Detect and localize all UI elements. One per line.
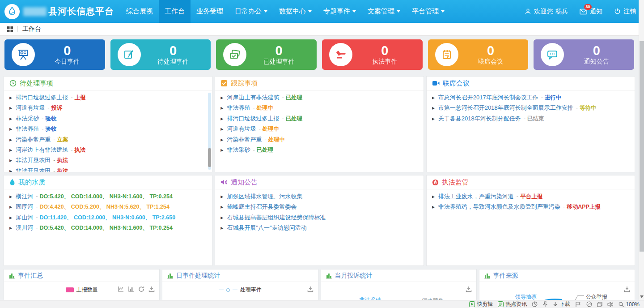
status-tag: 平台上报 [520,193,542,200]
menu-item-daily-office[interactable]: 日常办公 [229,0,273,23]
window-icon[interactable] [597,302,602,307]
chart-title: 当月投诉统计 [335,272,373,280]
status-tag: 验收 [46,116,57,122]
list-item[interactable]: ▶市总河长召开2017年底河长制会议工作-进行中 [432,93,629,103]
flag-icon[interactable] [575,302,581,307]
stat-card-processed-events[interactable]: 0已处理事件 [216,39,317,70]
list-item[interactable]: ▶河道有垃圾-投诉 [9,103,207,113]
check-square-icon [220,80,228,87]
list-item[interactable]: ▶污染非常严重-立案 [9,135,207,145]
list-item[interactable]: ▶非法养殖鸡，导致河水颜色及水质受到严重污染-移动APP上报 [432,202,629,212]
panel-title: 我的水质 [18,178,45,187]
menu-item-special-events[interactable]: 专题事件 [318,0,362,23]
stat-card-joint-meetings[interactable]: 0联席会议 [428,39,529,70]
panel-announcements: 通知公告 ▶加强区域排水管理、污水收集 ▶鲍峰庭主持召开县委常委会 ▶石城县提高… [215,175,424,266]
status-tag: 执法 [57,168,68,172]
stat-card-enforcement-events[interactable]: 0执法事件 [322,39,423,70]
logout-button[interactable]: 注销 [614,8,636,16]
grid-icon[interactable] [7,26,13,32]
page-scrollbar[interactable] [639,0,644,300]
menu-item-business-acceptance[interactable]: 业务受理 [191,0,229,23]
panel-scrollbar[interactable] [208,93,211,170]
list-item[interactable]: ▶非法开垦农田-执法 [9,166,207,172]
download-manager-button[interactable]: 下载 [553,300,570,308]
list-item[interactable]: ▶排污口垃圾过多上报-上报 [9,93,207,103]
list-item[interactable]: ▶非法开垦农田-执法 [9,155,207,166]
status-tag: 已处理 [286,116,303,122]
list-item[interactable]: ▶关于各县2018年河长制分配任务-已结束 [432,114,629,124]
zoom-control[interactable]: 100% [619,301,640,308]
list-item[interactable]: ▶非法养殖-验收 [9,124,207,134]
list-item[interactable]: ▶加强区域排水管理、污水收集 [220,192,418,202]
stat-label: 执法事件 [352,58,417,66]
chart-legend[interactable]: 处理事件 [162,286,318,294]
pin-icon[interactable] [542,301,548,307]
download-icon[interactable] [307,286,314,292]
download-icon[interactable] [466,286,472,292]
power-icon [614,8,621,15]
scrollbar-down-arrow[interactable] [640,295,644,298]
list-item[interactable]: ▶河岸边上有非法建筑-执法 [9,145,207,155]
top-navbar: 县河长信息平台 综合展视 工作台 业务受理 日常办公 数据中心 专题事件 文案管… [0,0,644,23]
edit-note-icon [118,43,141,66]
chevron-down-icon [308,10,312,13]
menu-item-workbench[interactable]: 工作台 [159,0,191,23]
list-item[interactable]: ▶非法养殖-处理中 [220,103,418,113]
stat-card-announcements[interactable]: 0通知公告 [534,39,634,70]
menu-item-document-management[interactable]: 文案管理 [362,0,406,23]
list-item[interactable]: ▶固厚河-DO:4.420、 COD:5.200、 NH3-N:5.620、 T… [9,202,207,212]
caret-right-icon: ▶ [220,216,223,220]
browser-wheel-icon[interactable] [532,301,538,307]
refresh-icon[interactable] [138,286,144,292]
stat-value: 0 [141,44,206,57]
caret-right-icon: ▶ [432,117,435,121]
list-item[interactable]: ▶屏山河-DO:11.420、 COD:12.000、 NH3-N:0.600、… [9,213,207,223]
list-item[interactable]: ▶石城县提高基层组织建设经费保障标准 [220,213,418,223]
notifications-button[interactable]: 30 通知 [580,8,602,16]
list-item[interactable]: ▶河道有垃圾-处理中 [220,124,418,134]
stat-card-pending-events[interactable]: 0待处理事件 [110,39,211,70]
caret-right-icon: ▶ [220,148,223,152]
list-item[interactable]: ▶溪川河-DO:5.420、 COD:14.000、 NH3-N:1.600、 … [9,223,207,233]
list-item[interactable]: ▶非法采砂-验收 [9,114,207,124]
list-item[interactable]: ▶排污口垃圾过多上报-已处理 [220,114,418,124]
caret-right-icon: ▶ [220,127,223,131]
download-icon[interactable] [624,286,630,292]
list-item[interactable]: ▶河岸边上有非法建筑-已处理 [220,93,418,103]
menu-item-data-center[interactable]: 数据中心 [273,0,318,23]
stat-card-today-events[interactable]: 0今日事件 [4,39,105,70]
user-welcome[interactable]: 欢迎您 杨兵 [525,8,568,16]
hot-news-button[interactable]: 热点资讯 [498,300,527,308]
legend-marker [226,288,230,292]
water-metrics: DO:5.420、 COD:14.000、 NH3-N:1.600、 TP:0.… [40,225,173,231]
download-arrow-icon [553,301,558,307]
main-menu: 综合展视 工作台 业务受理 日常办公 数据中心 专题事件 文案管理 平台管理 [120,0,450,23]
line-chart-toggle-icon[interactable] [118,286,124,292]
caret-right-icon: ▶ [9,205,12,209]
clock-icon [9,80,17,87]
presentation-chart-icon [12,43,35,66]
status-tag: 执法 [57,157,68,163]
scrollbar-thumb[interactable] [208,148,211,167]
caret-right-icon: ▶ [220,226,223,230]
list-item[interactable]: ▶鲍峰庭主持召开县委常委会 [220,202,418,212]
bar-chart-toggle-icon[interactable] [128,286,134,292]
list-item[interactable]: ▶污染非常严重-处理中 [220,135,418,145]
scrollbar-thumb[interactable] [640,41,644,252]
menu-item-platform-management[interactable]: 平台管理 [406,0,450,23]
caret-right-icon: ▶ [220,138,223,142]
quick-clip-button[interactable]: 快剪辑 [469,300,493,308]
caret-right-icon: ▶ [220,205,223,209]
caret-right-icon: ▶ [432,96,435,100]
list-item[interactable]: ▶横江河-DO:5.420、 COD:14.000、 NH3-N:1.600、 … [9,192,207,202]
list-item[interactable]: ▶排法工业废水，严重污染河道-平台上报 [432,192,629,202]
menu-item-overview[interactable]: 综合展视 [120,0,159,23]
status-tag: 立案 [57,137,68,143]
list-item[interactable]: ▶石城县开展"八一"走访慰问活动 [220,223,418,233]
share-icon[interactable] [586,301,592,307]
download-icon[interactable] [148,286,155,292]
list-item[interactable]: ▶市第一总河长召开2018年底河长制全面展示工作安排-等待中 [432,103,629,113]
list-item[interactable]: ▶非法采砂-已处理 [220,145,418,155]
enforcement-icon [432,179,439,186]
speaker-icon[interactable] [607,302,614,307]
